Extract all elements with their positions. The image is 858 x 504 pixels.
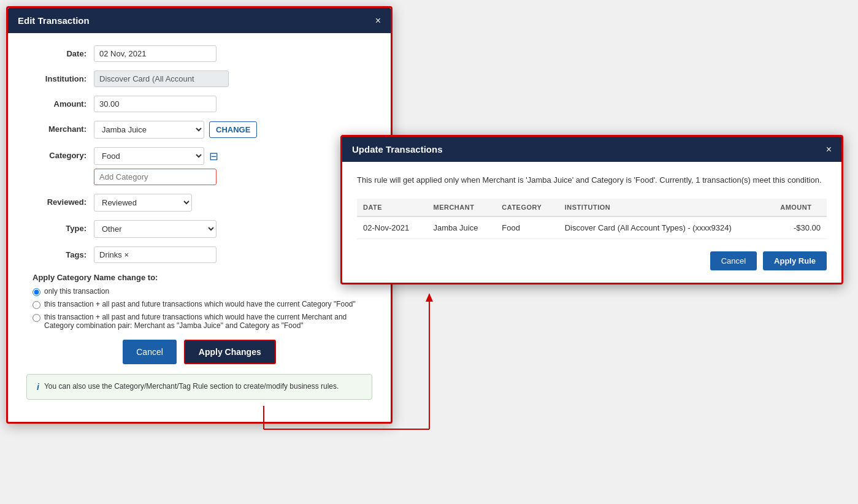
radio-option-2: this transaction + all past and future t… bbox=[33, 300, 372, 309]
radio-only-this[interactable] bbox=[33, 288, 40, 296]
reviewed-select[interactable]: Reviewed bbox=[94, 194, 192, 212]
remove-category-button[interactable]: ⊟ bbox=[209, 151, 218, 162]
radio-option-2-label: this transaction + all past and future t… bbox=[44, 300, 356, 308]
date-input[interactable] bbox=[94, 45, 216, 62]
table-body: 02-Nov-2021 Jamba Juice Food Discover Ca… bbox=[357, 216, 827, 239]
merchant-select[interactable]: Jamba Juice bbox=[94, 121, 204, 139]
cell-category: Food bbox=[496, 216, 558, 239]
amount-label: Amount: bbox=[26, 96, 94, 109]
institution-label: Institution: bbox=[26, 71, 94, 83]
change-merchant-button[interactable]: CHANGE bbox=[209, 121, 257, 138]
radio-option-1: only this transaction bbox=[33, 287, 372, 296]
amount-input[interactable] bbox=[94, 96, 216, 112]
radio-option-3-label: this transaction + all past and future t… bbox=[44, 313, 372, 330]
update-cancel-button[interactable]: Cancel bbox=[710, 251, 757, 270]
update-transactions-modal: Update Transactions × This rule will get… bbox=[340, 135, 843, 284]
cell-merchant: Jamba Juice bbox=[427, 216, 496, 239]
type-select[interactable]: Other bbox=[94, 220, 216, 238]
institution-input bbox=[94, 71, 229, 87]
merchant-row: Merchant: Jamba Juice CHANGE bbox=[26, 121, 372, 139]
table-row: 02-Nov-2021 Jamba Juice Food Discover Ca… bbox=[357, 216, 827, 239]
rule-description: This rule will get applied only when Mer… bbox=[357, 174, 827, 186]
edit-modal-buttons: Cancel Apply Changes bbox=[26, 340, 372, 364]
edit-modal-title: Edit Transaction bbox=[18, 15, 90, 26]
info-text: You can also use the Category/Merchant/T… bbox=[44, 382, 339, 391]
date-label: Date: bbox=[26, 45, 94, 58]
type-row: Type: Other bbox=[26, 220, 372, 238]
add-category-input[interactable] bbox=[94, 169, 216, 185]
table-header: DATE MERCHANT CATEGORY INSTITUTION AMOUN… bbox=[357, 199, 827, 216]
update-modal-title: Update Transactions bbox=[352, 144, 443, 155]
apply-rule-button[interactable]: Apply Rule bbox=[763, 251, 827, 270]
apply-changes-button[interactable]: Apply Changes bbox=[184, 340, 276, 364]
cell-date: 02-Nov-2021 bbox=[357, 216, 427, 239]
edit-transaction-modal: Edit Transaction × Date: Institution: Am… bbox=[6, 6, 393, 424]
institution-row: Institution: bbox=[26, 71, 372, 87]
edit-modal-header: Edit Transaction × bbox=[8, 8, 391, 33]
svg-marker-3 bbox=[426, 293, 433, 302]
apply-category-section: Apply Category Name change to: only this… bbox=[26, 273, 372, 330]
info-icon: i bbox=[37, 382, 39, 392]
update-modal-header: Update Transactions × bbox=[342, 137, 841, 162]
radio-option-1-label: only this transaction bbox=[44, 287, 109, 296]
apply-section-heading: Apply Category Name change to: bbox=[33, 273, 372, 282]
category-top: Food ⊟ bbox=[94, 147, 218, 165]
info-box: i You can also use the Category/Merchant… bbox=[26, 374, 372, 400]
cell-amount: -$30.00 bbox=[774, 216, 827, 239]
amount-row: Amount: bbox=[26, 96, 372, 112]
col-date: DATE bbox=[357, 199, 427, 216]
transactions-table: DATE MERCHANT CATEGORY INSTITUTION AMOUN… bbox=[357, 199, 827, 239]
category-row: Category: Food ⊟ bbox=[26, 147, 372, 185]
cancel-button[interactable]: Cancel bbox=[123, 340, 177, 364]
col-amount: AMOUNT bbox=[774, 199, 827, 216]
category-wrapper: Food ⊟ bbox=[94, 147, 218, 185]
edit-modal-body: Date: Institution: Amount: Merchant: Jam… bbox=[8, 33, 391, 422]
category-select[interactable]: Food bbox=[94, 147, 204, 165]
reviewed-row: Reviewed: Reviewed bbox=[26, 194, 372, 212]
radio-option-3: this transaction + all past and future t… bbox=[33, 313, 372, 330]
reviewed-label: Reviewed: bbox=[26, 194, 94, 207]
update-modal-body: This rule will get applied only when Mer… bbox=[342, 162, 841, 283]
update-modal-close[interactable]: × bbox=[826, 145, 832, 155]
date-row: Date: bbox=[26, 45, 372, 62]
edit-modal-close[interactable]: × bbox=[375, 16, 381, 26]
tags-input[interactable] bbox=[94, 246, 216, 263]
radio-all-category[interactable] bbox=[33, 301, 40, 309]
col-institution: INSTITUTION bbox=[559, 199, 774, 216]
tags-row: Tags: bbox=[26, 246, 372, 263]
cell-institution: Discover Card (All Account Types) - (xxx… bbox=[559, 216, 774, 239]
col-category: CATEGORY bbox=[496, 199, 558, 216]
category-label: Category: bbox=[26, 147, 94, 160]
col-merchant: MERCHANT bbox=[427, 199, 496, 216]
merchant-wrapper: Jamba Juice CHANGE bbox=[94, 121, 257, 139]
merchant-label: Merchant: bbox=[26, 121, 94, 134]
tags-label: Tags: bbox=[26, 246, 94, 259]
type-label: Type: bbox=[26, 220, 94, 233]
radio-merchant-category[interactable] bbox=[33, 314, 40, 322]
update-modal-buttons: Cancel Apply Rule bbox=[357, 251, 827, 270]
